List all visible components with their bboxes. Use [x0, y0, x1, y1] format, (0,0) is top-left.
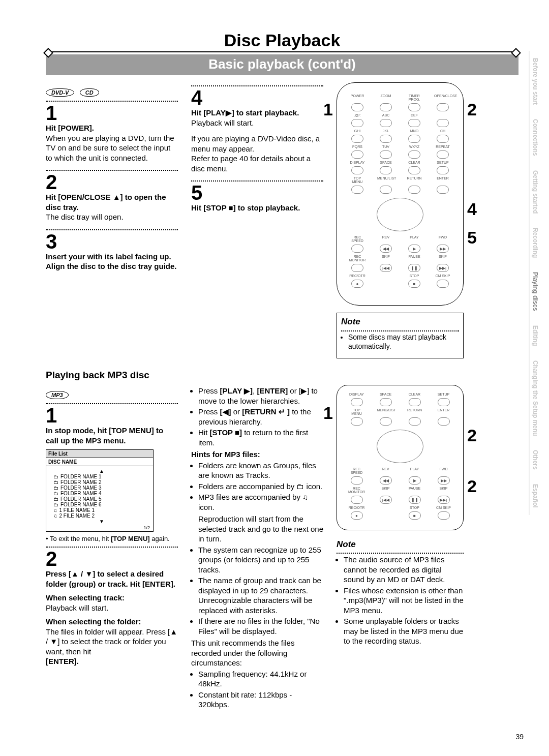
list-item: FOLDER NAME 1 [60, 474, 102, 479]
remote-button: ◀◀ [380, 245, 392, 253]
step-number: 1 [46, 405, 178, 426]
side-tab: Editing [529, 318, 541, 353]
callout-number: 4 [467, 199, 477, 219]
list-item: FOLDER NAME 6 [60, 502, 102, 507]
remote-button: ▶▶| [438, 496, 450, 504]
remote-button [437, 119, 449, 127]
side-tab: Before you start [529, 51, 541, 112]
remote-button [380, 186, 392, 194]
remote-label [434, 113, 451, 117]
section-heading: Playing back MP3 disc [46, 370, 518, 381]
step-number: 2 [46, 549, 178, 569]
remote-button [380, 398, 392, 406]
music-file-icon: ♫ [53, 513, 57, 519]
list-item: Folders are known as Groups, files are k… [198, 461, 323, 480]
scroll-up-icon: ▲ [53, 468, 150, 474]
remote-button: ● [351, 280, 363, 288]
remote-label: POWER [349, 94, 366, 101]
remote-label: CH [434, 129, 451, 133]
remote-button: ❚❚ [409, 496, 421, 504]
remote-label: ENTER [434, 176, 451, 184]
file-list-header: File List [46, 450, 153, 458]
page-number: 39 [515, 733, 524, 741]
step-body: Refer to page 40 for details about a dis… [191, 154, 323, 173]
remote-label: FWD [435, 467, 452, 474]
remote-button [437, 280, 449, 288]
remote-label: PLAY [406, 467, 423, 474]
remote-label: SPACE [377, 161, 394, 164]
side-tab: Connections [529, 112, 541, 163]
remote-label: CLEAR [406, 161, 423, 164]
file-list-screenshot: File List DISC NAME ▲ 🗀FOLDER NAME 1 🗀FO… [46, 449, 154, 532]
remote-button: ● [351, 511, 363, 520]
remote-button [351, 476, 363, 485]
remote-label: PLAY [406, 235, 423, 243]
callout-number: 2 [467, 100, 477, 119]
remote-button [437, 135, 449, 143]
list-item: Folders are accompanied by 🗀 icon. [198, 481, 323, 492]
side-tab: Recording [529, 221, 541, 265]
note-item: Some discs may start playback automatica… [348, 332, 459, 351]
remote-button [408, 103, 420, 111]
remote-button [438, 511, 450, 520]
remote-button: ▶▶ [438, 476, 450, 485]
remote-label: SETUP [434, 161, 451, 164]
music-file-icon: ♫ [53, 507, 57, 513]
remote-label: TUV [377, 145, 394, 148]
list-item: FOLDER NAME 2 [60, 479, 102, 485]
scroll-down-icon: ▼ [53, 519, 150, 524]
side-tab: Español [529, 477, 541, 515]
remote-label: ABC [377, 113, 394, 117]
remote-button [351, 166, 363, 174]
remote-button [438, 398, 450, 406]
step-number: 2 [46, 172, 178, 192]
remote-label: MNO [406, 129, 423, 133]
step-heading: Press [▲ / ▼] to select a desired folder… [46, 569, 175, 588]
remote-dpad [377, 430, 423, 463]
remote-button [408, 166, 420, 174]
remote-label: RETURN [406, 176, 423, 184]
remote-label: PQRS [349, 145, 366, 148]
text: [TOP MENU] [111, 535, 150, 542]
remote-label: CM SKIP [435, 506, 452, 509]
note-item: Files whose extension is other than ".mp… [344, 586, 464, 616]
remote-label: MENU/LIST [377, 408, 394, 415]
remote-button: ■ [409, 511, 421, 520]
remote-button [380, 135, 392, 143]
page-header: Disc Playback [46, 31, 518, 52]
media-badges: DVD-V CD [46, 87, 178, 97]
side-tabs: Before you start Connections Getting sta… [529, 51, 541, 515]
list-item: The system can recognize up to 255 group… [198, 545, 323, 575]
note-box: Note Some discs may start playback autom… [337, 313, 464, 358]
remote-button [351, 135, 363, 143]
list-item: The name of group and track can be displ… [198, 576, 323, 615]
list-item: FOLDER NAME 5 [60, 496, 102, 502]
remote-button [351, 398, 363, 406]
remote-label: TIMER PROG. [406, 94, 423, 101]
page-title: Disc Playback [46, 31, 518, 50]
step-number: 1 [46, 103, 178, 123]
callout-number: 1 [323, 403, 333, 423]
remote-label: SKIP [435, 487, 452, 494]
side-tab-active: Playing discs [529, 265, 541, 318]
note-block: Note The audio source of MP3 files canno… [337, 539, 464, 646]
remote-button: ◀◀ [380, 476, 392, 485]
remote-diagram: 1 2 4 5 POWERZOOMTIMER PROG.OPEN/CLOSE .… [337, 82, 464, 306]
side-tab: Others [529, 443, 541, 477]
remote-label: TOP MENU [349, 176, 366, 184]
step-number: 3 [46, 231, 178, 252]
remote-button [351, 150, 363, 159]
list-item: Constant bit rate: 112kbps - 320kbps. [198, 690, 323, 710]
file-list-page: 1/2 [46, 525, 153, 531]
remote-label: RETURN [406, 408, 423, 415]
step-number: 4 [191, 87, 323, 108]
remote-button: ▶▶| [437, 264, 449, 272]
remote-label: PAUSE [406, 255, 423, 262]
folder-icon: 🗀 [53, 491, 58, 496]
folder-icon: 🗀 [53, 496, 58, 502]
remote-button [409, 417, 421, 426]
remote-button [351, 186, 363, 194]
remote-label: .@/: [349, 113, 366, 117]
remote-button [351, 496, 363, 504]
dvd-badge: DVD-V [46, 88, 74, 97]
